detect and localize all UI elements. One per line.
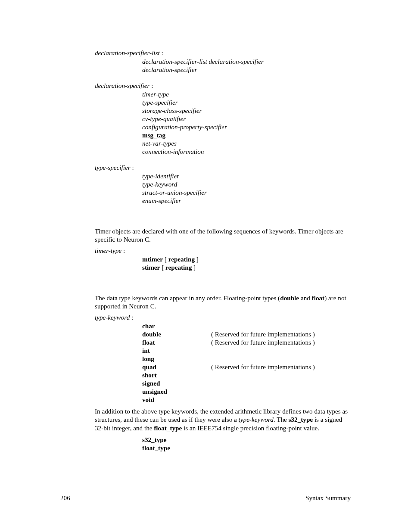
- type-keyword-row: float( Reserved for future implementatio…: [142, 338, 351, 346]
- text: . The: [274, 416, 289, 423]
- keyword: char: [142, 322, 211, 330]
- lbracket: [: [163, 255, 168, 263]
- prod-head-decl-spec: declaration-specifier :: [95, 81, 351, 90]
- rbracket: ]: [195, 255, 199, 263]
- type-keyword-row: short: [142, 371, 351, 379]
- alt-block-type-spec: type-identifier type-keyword struct-or-u…: [142, 172, 351, 205]
- extended-type-list: s32_type float_type: [142, 436, 351, 452]
- production-alt: storage-class-specifier: [142, 106, 351, 115]
- keyword: void: [142, 395, 211, 404]
- keyword: double: [280, 294, 299, 302]
- production-alt: enum-specifier: [142, 196, 351, 205]
- keyword-note: ( Reserved for future implementations ): [211, 330, 351, 338]
- keyword-note: [211, 346, 351, 355]
- nonterminal: type-keyword: [95, 314, 130, 321]
- nonterminal: timer-type: [95, 247, 121, 254]
- nonterminal: type-keyword: [239, 416, 274, 423]
- production-alt-keyword: msg_tag: [142, 131, 351, 139]
- page: declaration-specifier-list : declaration…: [0, 0, 411, 532]
- alt-block-decl-spec: timer-type type-specifier storage-class-…: [142, 90, 351, 156]
- type-keyword-row: quad( Reserved for future implementation…: [142, 363, 351, 371]
- prod-head-decl-spec-list: declaration-specifier-list :: [95, 49, 351, 57]
- keyword: int: [142, 346, 211, 355]
- prod-head-type-keyword: type-keyword :: [95, 313, 351, 321]
- nonterminal: declaration-specifier-list: [95, 49, 160, 56]
- keyword: float: [142, 338, 211, 346]
- colon: :: [121, 247, 125, 254]
- production-alt: type-specifier: [142, 98, 351, 106]
- prod-head-timer-type: timer-type :: [95, 246, 351, 255]
- production-alt: type-keyword: [142, 180, 351, 188]
- colon: :: [149, 82, 153, 89]
- colon: :: [131, 164, 134, 171]
- keyword: signed: [142, 379, 211, 387]
- nonterminal: declaration-specifier: [95, 82, 149, 89]
- section-title: Syntax Summary: [305, 494, 351, 502]
- production-alt: declaration-specifier: [142, 65, 351, 74]
- keyword-option: repeating: [168, 255, 195, 263]
- production-alt: stimer [ repeating ]: [142, 263, 351, 271]
- paragraph-extended-types: In addition to the above type keywords, …: [95, 407, 351, 432]
- keyword: double: [142, 330, 211, 338]
- keyword: s32_type: [289, 416, 313, 423]
- alt-block-decl-spec-list: declaration-specifier-list declaration-s…: [142, 57, 351, 74]
- keyword: short: [142, 371, 211, 379]
- production-alt: mtimer [ repeating ]: [142, 255, 351, 263]
- text: The data type keywords can appear in any…: [95, 294, 280, 302]
- nonterminal: type-specifier: [95, 164, 131, 171]
- colon: :: [130, 314, 133, 321]
- production-alt: timer-type: [142, 90, 351, 98]
- keyword-note: ( Reserved for future implementations ): [211, 363, 351, 371]
- production-alt: net-var-types: [142, 139, 351, 147]
- alt-block-type-keyword: char double( Reserved for future impleme…: [142, 322, 351, 404]
- keyword-note: [211, 379, 351, 387]
- keyword: mtimer: [142, 255, 163, 263]
- keyword: float_type: [154, 424, 182, 432]
- text: is an IEEE754 single precision floating-…: [182, 424, 319, 432]
- colon: :: [160, 49, 163, 56]
- text: and: [299, 294, 312, 302]
- type-keyword-row: unsigned: [142, 387, 351, 395]
- paragraph-timer-intro: Timer objects are declared with one of t…: [95, 227, 351, 244]
- production-alt: type-identifier: [142, 172, 351, 180]
- keyword-option: repeating: [165, 264, 192, 271]
- page-footer: 206 Syntax Summary: [60, 494, 351, 502]
- keyword-note: ( Reserved for future implementations ): [211, 338, 351, 346]
- production-alt: struct-or-union-specifier: [142, 188, 351, 196]
- type-keyword-row: int: [142, 346, 351, 355]
- keyword: float_type: [142, 444, 351, 452]
- keyword-note: [211, 371, 351, 379]
- content-column: declaration-specifier-list : declaration…: [95, 49, 351, 452]
- type-keyword-row: signed: [142, 379, 351, 387]
- keyword: long: [142, 355, 211, 363]
- keyword: stimer: [142, 264, 160, 271]
- keyword: float: [312, 294, 325, 302]
- rbracket: ]: [192, 264, 196, 271]
- page-number: 206: [60, 494, 70, 502]
- keyword: unsigned: [142, 387, 211, 395]
- production-alt: declaration-specifier-list declaration-s…: [142, 57, 351, 65]
- production-alt: cv-type-qualifier: [142, 115, 351, 123]
- keyword: quad: [142, 363, 211, 371]
- type-keyword-row: void: [142, 395, 351, 404]
- prod-head-type-spec: type-specifier :: [95, 163, 351, 171]
- paragraph-typekw-intro: The data type keywords can appear in any…: [95, 294, 351, 311]
- keyword: s32_type: [142, 436, 351, 444]
- type-keyword-row: long: [142, 355, 351, 363]
- lbracket: [: [160, 264, 165, 271]
- type-keyword-row: char: [142, 322, 351, 330]
- keyword-note: [211, 395, 351, 404]
- production-alt: connection-information: [142, 147, 351, 156]
- type-keyword-row: double( Reserved for future implementati…: [142, 330, 351, 338]
- production-alt: configuration-property-specifier: [142, 123, 351, 131]
- alt-block-timer-type: mtimer [ repeating ] stimer [ repeating …: [142, 255, 351, 271]
- keyword-note: [211, 387, 351, 395]
- keyword-note: [211, 355, 351, 363]
- keyword-note: [211, 322, 351, 330]
